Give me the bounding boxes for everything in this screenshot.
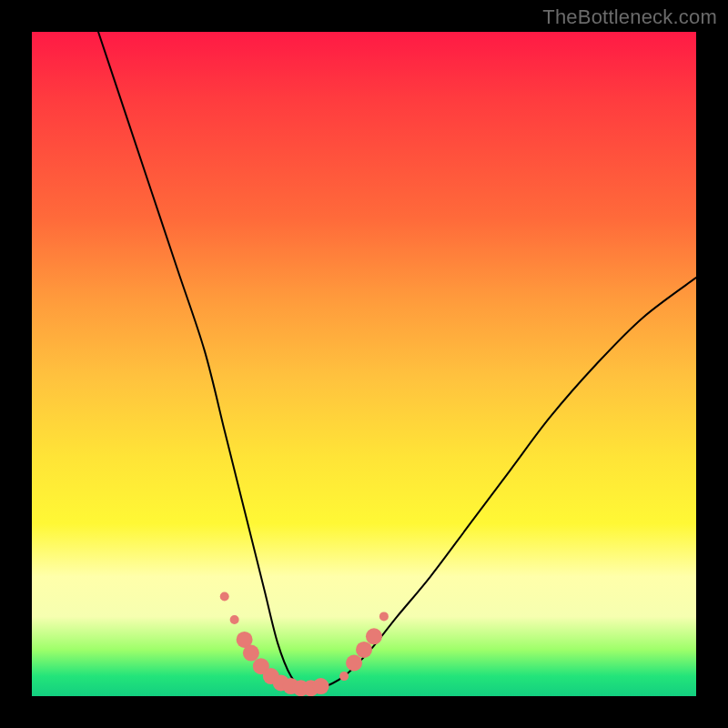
highlight-dot [346, 655, 362, 672]
highlight-dot [366, 628, 382, 644]
marker-group [220, 592, 389, 697]
watermark-text: TheBottleneck.com [542, 5, 717, 29]
highlight-dot [356, 642, 372, 658]
highlight-dot [313, 678, 329, 694]
chart-svg [32, 32, 696, 696]
chart-frame: TheBottleneck.com [0, 0, 728, 728]
highlight-dot [230, 615, 239, 624]
highlight-dot [220, 592, 229, 602]
plot-area [32, 32, 696, 696]
highlight-dot [243, 645, 259, 662]
highlight-dot [339, 672, 349, 681]
bottleneck-curve-path [98, 32, 696, 692]
highlight-dot [379, 612, 389, 621]
